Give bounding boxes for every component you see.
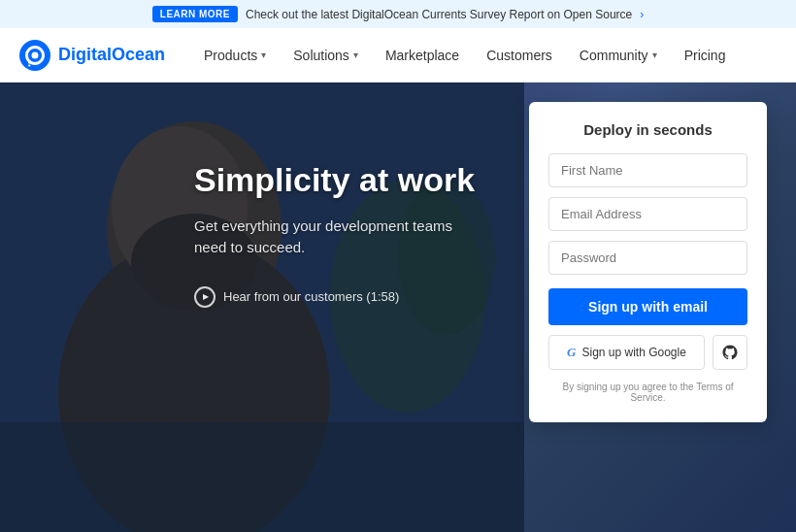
svg-rect-12 (0, 422, 524, 532)
password-input[interactable] (548, 241, 747, 275)
password-group (548, 241, 747, 275)
svg-rect-3 (28, 64, 31, 66)
github-icon (721, 344, 739, 361)
social-buttons: G Sign up with Google (548, 335, 747, 370)
nav-item-solutions[interactable]: Solutions ▾ (282, 40, 370, 71)
logo-label: DigitalOcean (58, 45, 165, 65)
navbar: DigitalOcean Products ▾ Solutions ▾ Mark… (0, 28, 796, 83)
nav-link-pricing[interactable]: Pricing (673, 40, 738, 71)
hero-content: Simplicity at work Get everything your d… (194, 160, 485, 308)
nav-item-pricing[interactable]: Pricing (673, 40, 738, 71)
signup-github-button[interactable] (713, 335, 747, 370)
svg-point-1 (32, 51, 39, 58)
first-name-group (548, 153, 747, 187)
banner-text: Check out the latest DigitalOcean Curren… (246, 8, 632, 21)
nav-links: Products ▾ Solutions ▾ Marketplace Custo… (192, 40, 737, 71)
nav-link-marketplace[interactable]: Marketplace (374, 40, 471, 71)
hero-section: Simplicity at work Get everything your d… (0, 83, 796, 532)
google-button-label: Sign up with Google (581, 346, 685, 359)
chevron-down-icon: ▾ (261, 50, 266, 60)
logo[interactable]: DigitalOcean (19, 40, 165, 71)
hero-subtitle: Get everything your development teams ne… (194, 216, 485, 259)
watch-video-button[interactable]: ▶ Hear from our customers (1:58) (194, 286, 399, 308)
signup-google-button[interactable]: G Sign up with Google (548, 335, 705, 370)
top-banner: LEARN MORE Check out the latest DigitalO… (0, 0, 796, 28)
email-group (548, 197, 747, 231)
google-icon: G (567, 345, 576, 360)
chevron-down-icon: ▾ (652, 50, 657, 60)
svg-rect-2 (28, 61, 32, 63)
digitalocean-logo-icon (19, 40, 50, 71)
chevron-down-icon: ▾ (353, 50, 358, 60)
nav-link-community[interactable]: Community ▾ (568, 40, 669, 71)
signup-email-button[interactable]: Sign up with email (548, 288, 747, 325)
nav-item-customers[interactable]: Customers (475, 40, 564, 71)
banner-arrow: › (640, 8, 644, 21)
nav-item-community[interactable]: Community ▾ (568, 40, 669, 71)
nav-item-marketplace[interactable]: Marketplace (374, 40, 471, 71)
tos-text: By signing up you agree to the Terms of … (548, 382, 747, 403)
nav-link-customers[interactable]: Customers (475, 40, 564, 71)
nav-link-solutions[interactable]: Solutions ▾ (282, 40, 370, 71)
play-icon: ▶ (194, 286, 216, 308)
first-name-input[interactable] (548, 153, 747, 187)
hero-title: Simplicity at work (194, 160, 485, 200)
nav-item-products[interactable]: Products ▾ (192, 40, 278, 71)
email-input[interactable] (548, 197, 747, 231)
watch-label: Hear from our customers (1:58) (223, 289, 399, 304)
nav-link-products[interactable]: Products ▾ (192, 40, 278, 71)
signup-card: Deploy in seconds Sign up with email G S… (529, 102, 767, 422)
learn-more-button[interactable]: LEARN MORE (152, 6, 238, 22)
card-title: Deploy in seconds (548, 121, 747, 138)
